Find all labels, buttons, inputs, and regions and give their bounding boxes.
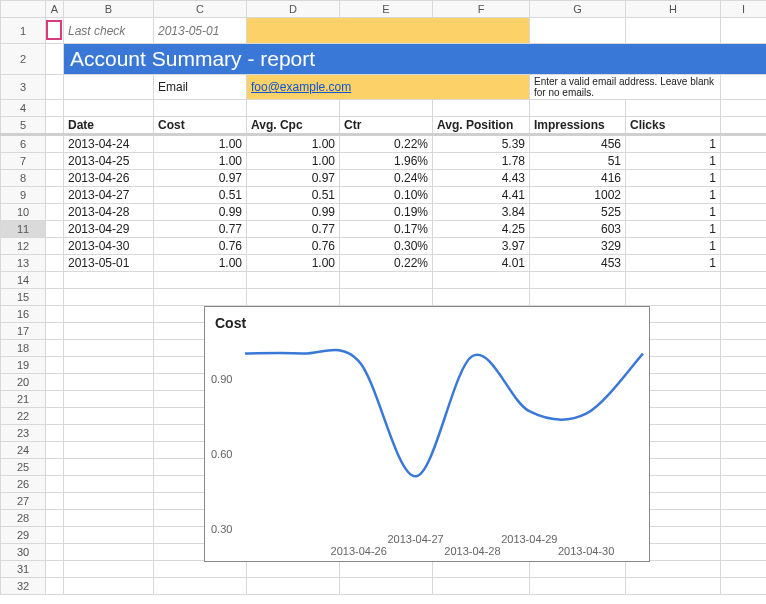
- cell-E12[interactable]: 0.30%: [340, 238, 433, 255]
- cell-C7[interactable]: 1.00: [154, 153, 247, 170]
- cell-I8[interactable]: [721, 170, 767, 187]
- row-header-11[interactable]: 11: [1, 221, 46, 238]
- cell-A26[interactable]: [46, 476, 64, 493]
- cell-A18[interactable]: [46, 340, 64, 357]
- cell-B28[interactable]: [64, 510, 154, 527]
- row-header-22[interactable]: 22: [1, 408, 46, 425]
- cell-A1[interactable]: [46, 18, 64, 44]
- report-title-cell[interactable]: Account Summary - report: [64, 44, 767, 75]
- cell-B15[interactable]: [64, 289, 154, 306]
- cell-A2[interactable]: [46, 44, 64, 75]
- cell-H14[interactable]: [626, 272, 721, 289]
- cell-G1[interactable]: [530, 18, 626, 44]
- cell-A10[interactable]: [46, 204, 64, 221]
- cell-B32[interactable]: [64, 578, 154, 595]
- cell-D15[interactable]: [247, 289, 340, 306]
- cell-B30[interactable]: [64, 544, 154, 561]
- cell-G14[interactable]: [530, 272, 626, 289]
- cell-C31[interactable]: [154, 561, 247, 578]
- row-header-18[interactable]: 18: [1, 340, 46, 357]
- cell-D12[interactable]: 0.76: [247, 238, 340, 255]
- cell-I23[interactable]: [721, 425, 767, 442]
- cell-I7[interactable]: [721, 153, 767, 170]
- cell-I12[interactable]: [721, 238, 767, 255]
- cell-D5[interactable]: Avg. Cpc: [247, 117, 340, 135]
- cell-A11[interactable]: [46, 221, 64, 238]
- col-header-G[interactable]: G: [530, 1, 626, 18]
- row-header-3[interactable]: 3: [1, 75, 46, 100]
- row-header-17[interactable]: 17: [1, 323, 46, 340]
- cell-I11[interactable]: [721, 221, 767, 238]
- cell-G13[interactable]: 453: [530, 255, 626, 272]
- cell-A24[interactable]: [46, 442, 64, 459]
- cell-G9[interactable]: 1002: [530, 187, 626, 204]
- row-header-25[interactable]: 25: [1, 459, 46, 476]
- cell-G7[interactable]: 51: [530, 153, 626, 170]
- select-all-corner[interactable]: [1, 1, 46, 18]
- cell-A7[interactable]: [46, 153, 64, 170]
- cell-F5[interactable]: Avg. Position: [433, 117, 530, 135]
- cell-B5[interactable]: Date: [64, 117, 154, 135]
- cell-D11[interactable]: 0.77: [247, 221, 340, 238]
- cell-H11[interactable]: 1: [626, 221, 721, 238]
- row-header-1[interactable]: 1: [1, 18, 46, 44]
- cell-I31[interactable]: [721, 561, 767, 578]
- cell-B20[interactable]: [64, 374, 154, 391]
- cell-I26[interactable]: [721, 476, 767, 493]
- email-hint-cell[interactable]: Enter a valid email address. Leave blank…: [530, 75, 721, 100]
- cell-H10[interactable]: 1: [626, 204, 721, 221]
- cell-I9[interactable]: [721, 187, 767, 204]
- cell-I17[interactable]: [721, 323, 767, 340]
- cell-D31[interactable]: [247, 561, 340, 578]
- cell-H7[interactable]: 1: [626, 153, 721, 170]
- cell-C32[interactable]: [154, 578, 247, 595]
- row-header-21[interactable]: 21: [1, 391, 46, 408]
- cell-H31[interactable]: [626, 561, 721, 578]
- cell-B11[interactable]: 2013-04-29: [64, 221, 154, 238]
- cell-D1[interactable]: [247, 18, 530, 44]
- cell-B9[interactable]: 2013-04-27: [64, 187, 154, 204]
- cell-F6[interactable]: 5.39: [433, 135, 530, 153]
- cell-E6[interactable]: 0.22%: [340, 135, 433, 153]
- cell-A8[interactable]: [46, 170, 64, 187]
- cell-C14[interactable]: [154, 272, 247, 289]
- cell-H9[interactable]: 1: [626, 187, 721, 204]
- cell-H8[interactable]: 1: [626, 170, 721, 187]
- cell-D10[interactable]: 0.99: [247, 204, 340, 221]
- cell-F8[interactable]: 4.43: [433, 170, 530, 187]
- row-header-5[interactable]: 5: [1, 117, 46, 135]
- cell-G10[interactable]: 525: [530, 204, 626, 221]
- cell-A5[interactable]: [46, 117, 64, 135]
- cell-I10[interactable]: [721, 204, 767, 221]
- cell-D8[interactable]: 0.97: [247, 170, 340, 187]
- cell-D6[interactable]: 1.00: [247, 135, 340, 153]
- cell-A3[interactable]: [46, 75, 64, 100]
- col-header-H[interactable]: H: [626, 1, 721, 18]
- cell-C3[interactable]: Email: [154, 75, 247, 100]
- cell-F32[interactable]: [433, 578, 530, 595]
- cell-B7[interactable]: 2013-04-25: [64, 153, 154, 170]
- cell-I6[interactable]: [721, 135, 767, 153]
- cell-F10[interactable]: 3.84: [433, 204, 530, 221]
- cell-A25[interactable]: [46, 459, 64, 476]
- cell-D14[interactable]: [247, 272, 340, 289]
- row-header-28[interactable]: 28: [1, 510, 46, 527]
- cell-I1[interactable]: [721, 18, 767, 44]
- cell-A14[interactable]: [46, 272, 64, 289]
- cell-I18[interactable]: [721, 340, 767, 357]
- cell-A13[interactable]: [46, 255, 64, 272]
- cell-B16[interactable]: [64, 306, 154, 323]
- row-header-24[interactable]: 24: [1, 442, 46, 459]
- email-link[interactable]: foo@example.com: [251, 80, 351, 94]
- cell-H13[interactable]: 1: [626, 255, 721, 272]
- col-header-F[interactable]: F: [433, 1, 530, 18]
- cell-B24[interactable]: [64, 442, 154, 459]
- cell-A12[interactable]: [46, 238, 64, 255]
- row-header-14[interactable]: 14: [1, 272, 46, 289]
- row-header-6[interactable]: 6: [1, 135, 46, 153]
- cell-I24[interactable]: [721, 442, 767, 459]
- cell-D4[interactable]: [247, 100, 340, 117]
- cell-G15[interactable]: [530, 289, 626, 306]
- cell-A20[interactable]: [46, 374, 64, 391]
- cell-G4[interactable]: [530, 100, 626, 117]
